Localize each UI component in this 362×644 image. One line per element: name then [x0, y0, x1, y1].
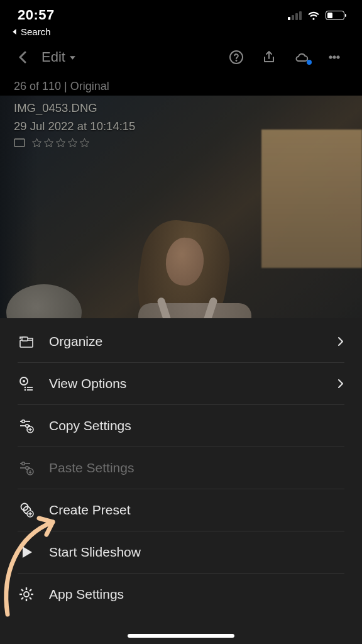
star-icon: [31, 138, 42, 148]
chevron-right-icon: [337, 379, 344, 389]
back-button[interactable]: [14, 48, 33, 66]
svg-point-1: [236, 60, 237, 61]
svg-point-3: [333, 56, 336, 58]
photo-metadata-overlay: IMG_0453.DNG 29 Jul 2022 at 10:14:15: [14, 99, 348, 148]
svg-line-37: [30, 597, 31, 599]
back-to-app[interactable]: Search: [0, 25, 362, 40]
svg-point-15: [22, 420, 25, 423]
mode-label: Edit: [41, 49, 65, 65]
star-icon: [55, 138, 66, 148]
menu-label: App Settings: [49, 587, 344, 602]
menu-item-app-settings[interactable]: App Settings: [0, 574, 362, 615]
battery-icon: [326, 11, 344, 20]
copy-settings-icon: [18, 417, 35, 435]
action-sheet: Organize View Options Copy Settings Past…: [0, 318, 362, 644]
star-rating[interactable]: [31, 138, 90, 148]
back-to-app-label: Search: [21, 26, 51, 37]
share-button[interactable]: [255, 46, 283, 69]
photo-datetime: 29 Jul 2022 at 10:14:15: [14, 118, 348, 136]
star-icon: [67, 138, 78, 148]
photo-position-info: 26 of 110 | Original: [0, 72, 362, 96]
svg-point-12: [25, 387, 26, 389]
menu-item-organize[interactable]: Organize: [0, 321, 362, 362]
photo-preview[interactable]: IMG_0453.DNG 29 Jul 2022 at 10:14:15: [0, 96, 362, 335]
wifi-icon: [307, 8, 321, 22]
svg-point-9: [23, 380, 25, 382]
triangle-down-icon: [69, 54, 76, 61]
menu-item-create-preset[interactable]: Create Preset: [0, 489, 362, 531]
triangle-left-icon: [11, 28, 18, 35]
cloud-icon: [294, 50, 309, 65]
svg-point-4: [337, 56, 339, 58]
status-time: 20:57: [18, 7, 55, 23]
cloud-sync-button[interactable]: [288, 46, 315, 69]
svg-rect-7: [22, 337, 28, 341]
svg-line-36: [21, 589, 23, 591]
question-circle-icon: [229, 50, 244, 65]
gear-icon: [18, 586, 35, 603]
menu-label: View Options: [49, 376, 323, 391]
star-icon: [79, 138, 90, 148]
toolbar: Edit: [0, 40, 362, 72]
menu-item-view-options[interactable]: View Options: [0, 363, 362, 404]
mode-dropdown[interactable]: Edit: [38, 48, 80, 67]
menu-item-start-slideshow[interactable]: Start Slideshow: [0, 531, 362, 573]
photo-filename: IMG_0453.DNG: [14, 99, 348, 118]
menu-label: Copy Settings: [49, 418, 344, 433]
view-options-icon: [18, 375, 35, 392]
svg-point-22: [22, 462, 25, 465]
menu-item-paste-settings: Paste Settings: [0, 447, 362, 489]
flag-icon[interactable]: [14, 138, 25, 148]
more-horizontal-icon: [327, 50, 342, 65]
menu-label: Start Slideshow: [49, 545, 344, 560]
chevron-right-icon: [337, 336, 344, 347]
help-button[interactable]: [222, 46, 250, 69]
play-icon: [18, 543, 35, 561]
more-button[interactable]: [321, 46, 348, 69]
svg-line-38: [30, 589, 31, 591]
status-icons: [288, 8, 344, 22]
menu-label: Create Preset: [49, 502, 344, 518]
menu-label: Organize: [49, 334, 323, 349]
svg-rect-5: [14, 139, 25, 147]
create-preset-icon: [18, 501, 35, 519]
paste-settings-icon: [18, 459, 35, 477]
svg-point-2: [329, 56, 332, 58]
star-icon: [43, 138, 54, 148]
share-icon: [261, 50, 277, 65]
menu-label: Paste Settings: [49, 460, 344, 475]
svg-point-31: [24, 592, 29, 597]
status-bar: 20:57: [0, 0, 362, 25]
chevron-left-icon: [18, 51, 29, 64]
cellular-signal-icon: [288, 10, 302, 20]
svg-point-13: [25, 389, 26, 391]
home-indicator[interactable]: [128, 634, 234, 638]
menu-item-copy-settings[interactable]: Copy Settings: [0, 405, 362, 447]
screen: 20:57 Search Edit: [0, 0, 362, 644]
organize-icon: [18, 333, 35, 350]
svg-line-39: [21, 597, 23, 599]
